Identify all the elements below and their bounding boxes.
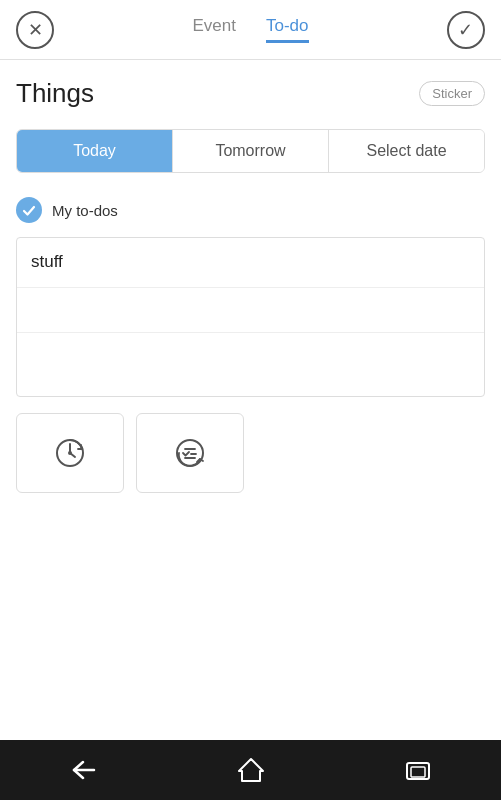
tomorrow-button[interactable]: Tomorrow [173,130,329,172]
sticker-button[interactable]: Sticker [419,81,485,106]
todo-item-2[interactable] [17,288,484,333]
tab-bar: Event To-do [192,16,308,43]
task-action-button[interactable] [136,413,244,493]
recents-button[interactable] [393,750,443,790]
date-selector: Today Tomorrow Select date [16,129,485,173]
confirm-button[interactable]: ✓ [447,11,485,49]
action-row [16,413,485,493]
close-button[interactable]: ✕ [16,11,54,49]
bottom-nav [0,740,501,800]
tab-todo[interactable]: To-do [266,16,309,43]
home-button[interactable] [226,750,276,790]
title-area: Things Sticker [0,60,501,119]
clock-action-button[interactable] [16,413,124,493]
task-icon [172,435,208,471]
todo-item-3[interactable] [17,333,484,378]
svg-rect-11 [411,767,425,777]
back-button[interactable] [59,750,109,790]
my-todos-row: My to-dos [0,189,501,231]
header: ✕ Event To-do ✓ [0,0,501,60]
my-todos-label: My to-dos [52,202,118,219]
svg-marker-9 [239,759,263,781]
select-date-button[interactable]: Select date [329,130,484,172]
todo-item-1[interactable]: stuff [17,238,484,288]
today-button[interactable]: Today [17,130,173,172]
svg-line-3 [70,453,75,457]
page-title: Things [16,78,94,109]
check-icon [16,197,42,223]
clock-icon [52,435,88,471]
tab-event[interactable]: Event [192,16,235,43]
todo-list: stuff [16,237,485,397]
